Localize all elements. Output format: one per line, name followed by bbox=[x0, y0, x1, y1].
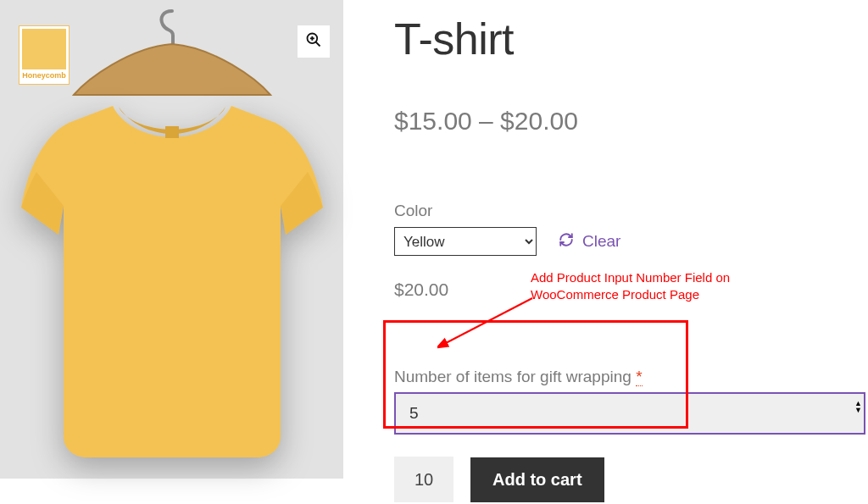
zoom-in-icon bbox=[305, 31, 322, 52]
annotation-line-1: Add Product Input Number Field on bbox=[531, 269, 768, 286]
price-range: $15.00 – $20.00 bbox=[394, 107, 865, 136]
product-image-gallery: Honeycomb bbox=[0, 0, 343, 479]
swatch-color-chip bbox=[22, 29, 66, 69]
refresh-icon bbox=[559, 232, 574, 252]
annotation-text: Add Product Input Number Field on WooCom… bbox=[531, 269, 768, 302]
gift-wrapping-label: Number of items for gift wrapping * bbox=[394, 368, 865, 386]
gift-wrapping-number-input[interactable] bbox=[394, 392, 865, 435]
required-asterisk: * bbox=[636, 368, 642, 386]
svg-line-1 bbox=[316, 42, 320, 47]
stepper-down-icon[interactable]: ▼ bbox=[854, 407, 862, 413]
clear-variation-link[interactable]: Clear bbox=[559, 232, 620, 252]
product-title: T-shirt bbox=[394, 14, 865, 64]
clear-text: Clear bbox=[582, 232, 620, 251]
svg-rect-4 bbox=[165, 126, 179, 138]
quantity-value: 10 bbox=[415, 470, 433, 490]
add-to-cart-button[interactable]: Add to cart bbox=[470, 457, 604, 502]
quantity-input[interactable]: 10 bbox=[394, 457, 453, 502]
gift-wrapping-label-text: Number of items for gift wrapping bbox=[394, 368, 636, 385]
product-image[interactable] bbox=[11, 72, 333, 470]
zoom-button[interactable] bbox=[298, 25, 330, 58]
variation-label-color: Color bbox=[394, 202, 865, 220]
product-summary: T-shirt $15.00 – $20.00 Color Yellow bbox=[394, 0, 868, 502]
annotation-line-2: WooCommerce Product Page bbox=[531, 286, 768, 303]
color-select[interactable]: Yellow bbox=[394, 227, 537, 256]
